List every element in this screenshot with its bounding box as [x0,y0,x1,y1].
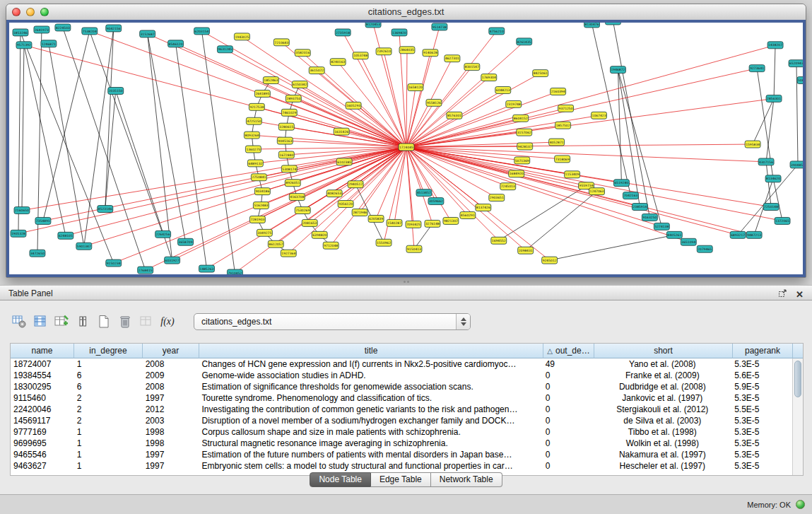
network-node[interactable]: 7538204 [82,28,98,35]
network-node[interactable]: 8523146 [98,206,113,213]
network-node[interactable]: 8130476 [584,23,600,28]
network-node[interactable]: 9045163 [277,137,293,144]
network-edge[interactable] [43,31,90,221]
network-edge[interactable] [766,162,771,207]
network-node[interactable]: 7318069 [555,156,570,163]
network-node[interactable]: 6048213 [495,86,511,93]
network-node[interactable]: 7461029 [281,109,297,116]
network-edge[interactable] [406,147,451,221]
network-node[interactable]: 5901347 [76,243,92,250]
column-header-2[interactable]: year [143,344,199,358]
close-panel-icon[interactable]: ✕ [796,289,804,300]
import-table-disabled-icon-button[interactable] [137,313,155,331]
network-node[interactable]: 1595834 [745,141,760,148]
network-edge[interactable] [406,45,775,147]
network-edge[interactable] [406,104,514,147]
network-node[interactable]: 9356120 [338,201,353,208]
network-node[interactable]: 1684920 [509,170,524,177]
network-node[interactable]: 2035150 [108,87,124,94]
table-scrollbar[interactable] [792,358,803,475]
network-node[interactable]: 8546120 [168,40,184,47]
network-node[interactable]: 2264256 [155,230,171,238]
network-node[interactable]: 7354891 [35,217,51,224]
network-node[interactable]: 6520943 [789,60,803,67]
tab-node-table[interactable]: Node Table [310,472,371,487]
network-node[interactable]: 1372065 [775,217,790,224]
table-settings-icon-button[interactable] [10,313,28,331]
network-edge[interactable] [406,50,407,147]
network-node[interactable]: 9150413 [406,245,422,252]
network-node[interactable]: 1905328 [11,230,26,237]
network-node[interactable]: 1724045 [399,144,414,151]
table-row[interactable]: 911546021997Tourette syndrome. Phenomeno… [11,392,792,404]
network-node[interactable]: 8612057 [268,240,283,247]
network-node[interactable]: 8301547 [464,64,480,71]
network-node[interactable]: 4725150 [246,117,261,124]
network-edge[interactable] [766,98,774,161]
network-edge[interactable] [202,31,235,273]
row-tools-icon-button[interactable] [73,313,92,331]
network-edge[interactable] [592,24,631,196]
network-node[interactable]: 9217534 [249,103,264,110]
tab-edge-table[interactable]: Edge Table [371,472,431,487]
network-node[interactable]: 3059662 [428,198,444,205]
network-node[interactable]: 9273641 [749,65,765,72]
network-node[interactable]: 9034186 [254,188,270,195]
network-node[interactable]: 9821307 [443,217,459,224]
network-node[interactable]: 6031927 [165,257,180,264]
network-node[interactable]: 3904857 [790,161,803,168]
network-edge[interactable] [105,28,114,209]
table-selector-dropdown[interactable]: citations_edges.txt [194,313,471,330]
network-node[interactable]: 2079465 [697,245,712,252]
network-node[interactable]: 1550962 [376,239,392,246]
network-edge[interactable] [406,147,688,242]
network-node[interactable]: 1857502 [555,122,571,129]
float-panel-icon[interactable] [778,288,787,300]
network-node[interactable]: 4627301 [445,55,460,62]
network-node[interactable]: 8576301 [447,112,462,119]
network-node[interactable]: 8926051 [285,180,300,187]
network-node[interactable]: 6150342 [292,81,307,88]
network-node[interactable]: 8261435 [517,38,532,45]
column-header-5[interactable]: short [594,344,733,358]
network-node[interactable]: 2081653 [302,219,317,226]
network-edge[interactable] [618,70,621,183]
network-node[interactable]: 1246871 [41,40,57,47]
network-node[interactable]: 2160394 [551,88,566,95]
network-node[interactable]: 2735918 [335,29,351,36]
network-node[interactable]: 2871946 [352,209,367,216]
network-node[interactable]: 4307156 [758,158,774,165]
network-edge[interactable] [18,33,20,233]
show-columns-icon-button[interactable] [31,313,49,331]
network-node[interactable]: 9428107 [517,143,533,150]
network-node[interactable]: 7392610 [376,48,392,55]
network-edge[interactable] [394,147,406,223]
scrollbar-thumb[interactable] [794,361,801,397]
network-node[interactable]: 1631426 [334,128,349,135]
network-edge[interactable] [406,144,753,147]
network-node[interactable]: 8604152 [513,115,529,122]
network-node[interactable]: 2856301 [766,95,782,102]
network-edge[interactable] [63,28,146,270]
network-node[interactable]: 3152687 [140,30,155,37]
network-node[interactable]: 3049275 [257,229,272,236]
network-node[interactable]: 6394820 [312,231,327,238]
network-edge[interactable] [406,147,414,249]
network-node[interactable]: 2641895 [254,90,270,97]
network-node[interactable]: 1694552 [491,237,507,244]
network-edge[interactable] [406,147,661,226]
network-node[interactable]: 1369820 [392,29,407,36]
network-edge[interactable] [172,147,406,260]
table-row[interactable]: 1830029562008Estimation of significance … [11,381,792,392]
network-node[interactable]: 4756210 [489,28,505,35]
network-node[interactable]: 1438207 [767,42,783,49]
network-node[interactable]: 6489132 [247,160,263,167]
column-header-4[interactable]: △out_de… [543,344,594,358]
column-header-3[interactable]: title [199,344,543,358]
network-node[interactable]: 7530269 [295,207,310,214]
network-node[interactable]: 3157062 [517,129,532,136]
network-node[interactable]: 7210643 [273,39,289,46]
network-node[interactable]: 1485263 [199,265,215,272]
network-node[interactable]: 2864035 [399,47,415,54]
network-edge[interactable] [373,24,406,147]
